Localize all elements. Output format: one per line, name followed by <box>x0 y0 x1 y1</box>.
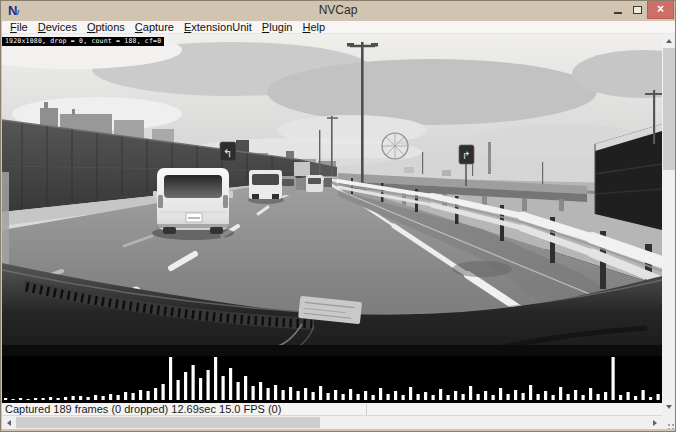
menu-item-devices[interactable]: Devices <box>33 21 82 33</box>
horizontal-scroll-thumb[interactable] <box>16 417 320 428</box>
menu-item-file[interactable]: File <box>5 21 33 33</box>
scroll-up-button[interactable] <box>662 34 676 47</box>
app-window: Nv NVCap × FileDevicesOptionsCaptureExte… <box>0 0 676 432</box>
menu-item-capture[interactable]: Capture <box>130 21 179 33</box>
resize-grip-icon <box>672 424 674 426</box>
menu-item-options[interactable]: Options <box>82 21 130 33</box>
maximize-icon <box>633 6 642 14</box>
vertical-scroll-thumb[interactable] <box>663 48 675 170</box>
menu-item-extensionunit[interactable]: ExtensionUnit <box>179 21 257 33</box>
window-title: NVCap <box>1 3 675 17</box>
scroll-left-button[interactable] <box>2 416 16 429</box>
tower <box>488 142 491 174</box>
scroll-down-button[interactable] <box>662 400 676 413</box>
right-arrow-icon <box>653 420 657 426</box>
white-suv <box>248 170 284 204</box>
capture-info-overlay: 1920x1080, drop = 0, count = 188, cf=0 <box>2 37 164 46</box>
window-controls: × <box>609 1 674 20</box>
menu-item-help[interactable]: Help <box>297 21 330 33</box>
status-bar: Captured 189 frames (0 dropped) 12.69sec… <box>2 403 662 416</box>
gray-car <box>280 176 296 195</box>
menu-item-plugin[interactable]: Plugin <box>257 21 298 33</box>
down-arrow-icon <box>666 405 672 409</box>
close-button[interactable]: × <box>647 1 674 19</box>
resize-grip[interactable] <box>662 413 676 429</box>
dashcam-frame: ↰ <box>2 34 662 403</box>
histogram-overlay <box>2 356 662 403</box>
scroll-right-button[interactable] <box>648 416 662 429</box>
vertical-scrollbar[interactable] <box>662 34 676 413</box>
white-van <box>152 168 234 240</box>
status-panel-divider <box>366 404 367 415</box>
sign-arrow-icon: ↱ <box>462 150 470 161</box>
minimize-icon <box>614 12 622 14</box>
status-text: Captured 189 frames (0 dropped) 12.69sec… <box>5 403 281 416</box>
left-arrow-icon <box>7 420 11 426</box>
wall-sign-arrow-icon: ↰ <box>223 147 232 159</box>
title-bar[interactable]: Nv NVCap × <box>1 1 675 21</box>
minimize-button[interactable] <box>609 1 628 19</box>
close-icon: × <box>657 2 664 16</box>
video-preview: 1920x1080, drop = 0, count = 188, cf=0 <box>2 34 662 403</box>
horizontal-scrollbar[interactable] <box>2 416 662 429</box>
up-arrow-icon <box>666 39 672 43</box>
menu-bar: FileDevicesOptionsCaptureExtensionUnitPl… <box>2 21 676 34</box>
maximize-button[interactable] <box>628 1 647 19</box>
